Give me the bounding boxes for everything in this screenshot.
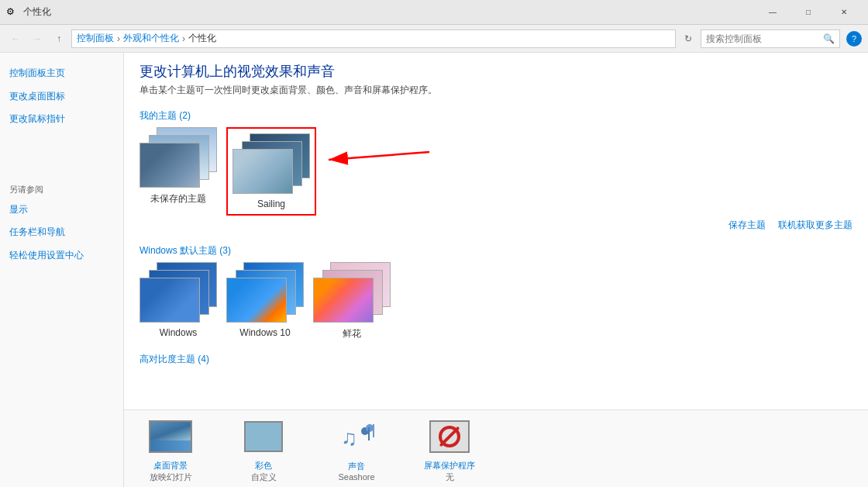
save-theme-link[interactable]: 保存主题	[728, 219, 766, 232]
color-label: 彩色	[255, 460, 272, 471]
action-links: 保存主题 联机获取更多主题	[140, 216, 852, 238]
content-area: 更改计算机上的视觉效果和声音 单击某个主题可一次性同时更改桌面背景、颜色、声音和…	[124, 53, 868, 487]
flower-thumb-front	[313, 278, 374, 323]
search-box: 🔍	[701, 29, 840, 48]
search-input[interactable]	[706, 33, 823, 44]
bottom-color[interactable]: 彩色 自定义	[232, 415, 294, 483]
theme-sailing-stack	[232, 133, 310, 195]
theme-windows-label: Windows	[160, 327, 198, 338]
breadcrumb-control-panel[interactable]: 控制面板	[77, 32, 114, 45]
bottom-sound[interactable]: ♫ 声音 Seashore	[326, 416, 388, 482]
bottom-bar: 桌面背景 放映幻灯片 彩色 自定义 ♫	[124, 409, 868, 487]
breadcrumb-sep2: ›	[182, 33, 185, 44]
theme-windows-stack	[140, 262, 217, 324]
theme-sailing-thumb	[232, 133, 310, 195]
page-title: 更改计算机上的视觉效果和声音	[140, 62, 852, 81]
title-bar: ⚙ 个性化 — □ ✕	[0, 0, 868, 25]
sidebar-item-display[interactable]: 显示	[0, 199, 123, 222]
help-button[interactable]: ?	[846, 31, 862, 47]
thumb-front	[140, 143, 200, 188]
screensaver-label: 屏幕保护程序	[424, 460, 475, 471]
svg-line-1	[329, 152, 429, 160]
color-sublabel: 自定义	[251, 471, 277, 483]
sound-label: 声音	[348, 461, 365, 472]
theme-flower-label: 鲜花	[343, 327, 361, 340]
desktop-bg-icon	[149, 415, 192, 458]
theme-win10-thumb	[226, 262, 304, 324]
theme-unsaved-thumb	[140, 127, 217, 189]
theme-flower[interactable]: 鲜花	[313, 262, 391, 340]
sailing-thumb-front	[232, 149, 293, 194]
get-more-themes-link[interactable]: 联机获取更多主题	[778, 219, 852, 232]
screensaver-icon	[428, 415, 471, 458]
sidebar-also-see-label: 另请参阅	[0, 178, 123, 199]
minimize-button[interactable]: —	[755, 0, 790, 25]
theme-unsaved-label: 未保存的主题	[150, 192, 206, 206]
sound-icon: ♫	[335, 416, 378, 459]
theme-windows-thumb	[140, 262, 217, 324]
breadcrumb: 控制面板 › 外观和个性化 › 个性化	[71, 29, 676, 48]
themes-area: 我的主题 (2) 未保存的主题	[124, 103, 868, 409]
bottom-desktop-bg[interactable]: 桌面背景 放映幻灯片	[140, 415, 202, 483]
theme-sailing[interactable]: Sailing	[232, 133, 310, 209]
theme-unsaved-stack	[140, 127, 217, 189]
windows-thumb-front	[140, 278, 200, 323]
theme-sailing-label: Sailing	[257, 199, 285, 209]
desktop-bg-label: 桌面背景	[153, 460, 188, 471]
svg-text:♫: ♫	[341, 426, 357, 450]
window-icon: ⚙	[6, 6, 19, 19]
sidebar-item-home[interactable]: 控制面板主页	[0, 62, 123, 85]
back-button[interactable]: ←	[6, 29, 25, 48]
red-arrow	[321, 144, 429, 178]
windows-themes-row: Windows Windows 10	[140, 262, 852, 347]
windows-themes-header: Windows 默认主题 (3)	[140, 238, 852, 262]
win10-thumb-front	[226, 278, 287, 323]
refresh-button[interactable]: ↻	[679, 29, 698, 48]
search-icon: 🔍	[823, 33, 835, 44]
close-button[interactable]: ✕	[826, 0, 862, 25]
bottom-screensaver[interactable]: 屏幕保护程序 无	[418, 415, 480, 483]
theme-unsaved[interactable]: 未保存的主题	[140, 127, 217, 206]
sidebar-item-mouse-pointer[interactable]: 更改鼠标指针	[0, 108, 123, 131]
sidebar-item-desktop-icons[interactable]: 更改桌面图标	[0, 85, 123, 109]
high-contrast-header: 高对比度主题 (4)	[140, 347, 852, 371]
breadcrumb-appearance[interactable]: 外观和个性化	[123, 32, 179, 45]
screensaver-sublabel: 无	[446, 471, 454, 483]
forward-button[interactable]: →	[28, 29, 46, 48]
up-button[interactable]: ↑	[50, 29, 68, 48]
theme-win10-label: Windows 10	[239, 327, 290, 338]
main-layout: 控制面板主页 更改桌面图标 更改鼠标指针 另请参阅 显示 任务栏和导航 轻松使用…	[0, 53, 868, 487]
sidebar: 控制面板主页 更改桌面图标 更改鼠标指针 另请参阅 显示 任务栏和导航 轻松使用…	[0, 53, 124, 487]
maximize-button[interactable]: □	[790, 0, 826, 25]
theme-windows[interactable]: Windows	[140, 262, 217, 340]
theme-win10[interactable]: Windows 10	[226, 262, 304, 340]
sidebar-item-ease-access[interactable]: 轻松使用设置中心	[0, 244, 123, 268]
sound-sublabel: Seashore	[338, 472, 374, 482]
color-icon	[242, 415, 285, 458]
theme-flower-thumb	[313, 262, 391, 324]
theme-flower-stack	[313, 262, 391, 324]
sidebar-item-taskbar[interactable]: 任务栏和导航	[0, 221, 123, 244]
page-description: 单击某个主题可一次性同时更改桌面背景、颜色、声音和屏幕保护程序。	[140, 84, 852, 97]
breadcrumb-sep1: ›	[117, 33, 120, 44]
content-header: 更改计算机上的视觉效果和声音 单击某个主题可一次性同时更改桌面背景、颜色、声音和…	[124, 53, 868, 103]
window-controls: — □ ✕	[755, 0, 862, 25]
breadcrumb-current: 个性化	[188, 32, 216, 45]
my-themes-header: 我的主题 (2)	[140, 103, 852, 127]
theme-win10-stack	[226, 262, 304, 324]
address-bar: ← → ↑ 控制面板 › 外观和个性化 › 个性化 ↻ 🔍 ?	[0, 25, 868, 53]
window-title: 个性化	[23, 5, 755, 19]
desktop-bg-sublabel: 放映幻灯片	[150, 471, 192, 483]
